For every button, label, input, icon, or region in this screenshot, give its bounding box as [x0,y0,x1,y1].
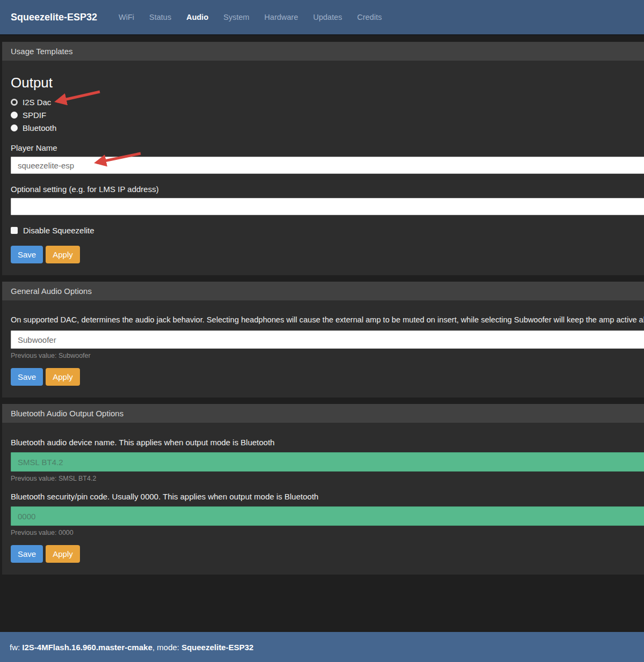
jack-behavior-input[interactable] [11,330,644,349]
usage-apply-button[interactable]: Apply [46,246,80,263]
radio-i2s-dac[interactable] [11,99,18,106]
usage-templates-panel: Usage Templates Output I2S Dac SPDIF Blu… [2,42,644,275]
panel-header-bluetooth-audio: Bluetooth Audio Output Options [2,404,644,423]
footer-fw-value: I2S-4MFlash.16.960.master-cmake [22,643,152,652]
optional-setting-input[interactable] [11,198,644,215]
general-button-row: Save Apply [11,368,644,386]
bluetooth-apply-button[interactable]: Apply [46,545,80,563]
bluetooth-audio-panel: Bluetooth Audio Output Options Bluetooth… [2,404,644,575]
radio-label-spdif: SPDIF [23,111,46,120]
disable-squeezelite-checkbox[interactable] [11,227,18,234]
bt-device-name-label: Bluetooth audio device name. This applie… [11,438,644,447]
nav-item-audio[interactable]: Audio [179,0,216,35]
bluetooth-save-button[interactable]: Save [11,545,43,563]
footer-mode-prefix: , mode: [152,643,181,652]
bt-device-name-input[interactable] [11,452,644,472]
footer-fw-prefix: fw: [10,643,22,652]
panel-header-general-audio: General Audio Options [2,282,644,300]
jack-behavior-description: On supported DAC, determines the audio j… [11,315,644,324]
general-save-button[interactable]: Save [11,368,43,386]
panel-header-usage-templates: Usage Templates [2,42,644,61]
usage-save-button[interactable]: Save [11,246,43,263]
footer-mode-value: Squeezelite-ESP32 [181,643,253,652]
general-audio-panel: General Audio Options On supported DAC, … [2,282,644,398]
brand-link[interactable]: Squeezelite-ESP32 [11,12,97,23]
disable-squeezelite-row: Disable Squeezelite [11,226,644,235]
bt-pin-code-previous-value: Previous value: 0000 [11,529,644,536]
player-name-label: Player Name [11,143,644,152]
usage-templates-body: Output I2S Dac SPDIF Bluetooth Player Na… [2,61,644,275]
nav-item-credits[interactable]: Credits [349,0,389,35]
top-navbar: Squeezelite-ESP32 WiFi Status Audio Syst… [0,0,644,35]
jack-behavior-previous-value: Previous value: Subwoofer [11,352,644,359]
nav-item-wifi[interactable]: WiFi [111,0,142,35]
usage-button-row: Save Apply [11,246,644,263]
radio-row-spdif: SPDIF [11,111,644,120]
radio-label-i2s-dac: I2S Dac [23,98,51,107]
nav-item-hardware[interactable]: Hardware [257,0,306,35]
radio-label-bluetooth: Bluetooth [23,123,56,133]
nav-item-updates[interactable]: Updates [305,0,349,35]
radio-row-bluetooth: Bluetooth [11,123,644,133]
optional-setting-label: Optional setting (e.g. for LMS IP addres… [11,185,644,194]
output-heading: Output [11,75,644,91]
general-apply-button[interactable]: Apply [46,368,80,386]
bt-pin-code-input[interactable] [11,506,644,526]
disable-squeezelite-label: Disable Squeezelite [23,226,94,235]
bluetooth-button-row: Save Apply [11,545,644,563]
bt-device-name-previous-value: Previous value: SMSL BT4.2 [11,475,644,482]
bluetooth-audio-body: Bluetooth audio device name. This applie… [2,423,644,575]
radio-spdif[interactable] [11,112,18,119]
nav-item-status[interactable]: Status [142,0,179,35]
radio-row-i2s-dac: I2S Dac [11,98,644,107]
footer-status-bar: fw: I2S-4MFlash.16.960.master-cmake , mo… [0,632,644,662]
player-name-input[interactable] [11,157,644,174]
bt-pin-code-label: Bluetooth security/pin code. Usually 000… [11,492,644,501]
general-audio-body: On supported DAC, determines the audio j… [2,300,644,398]
radio-bluetooth[interactable] [11,124,18,131]
nav-item-system[interactable]: System [216,0,257,35]
